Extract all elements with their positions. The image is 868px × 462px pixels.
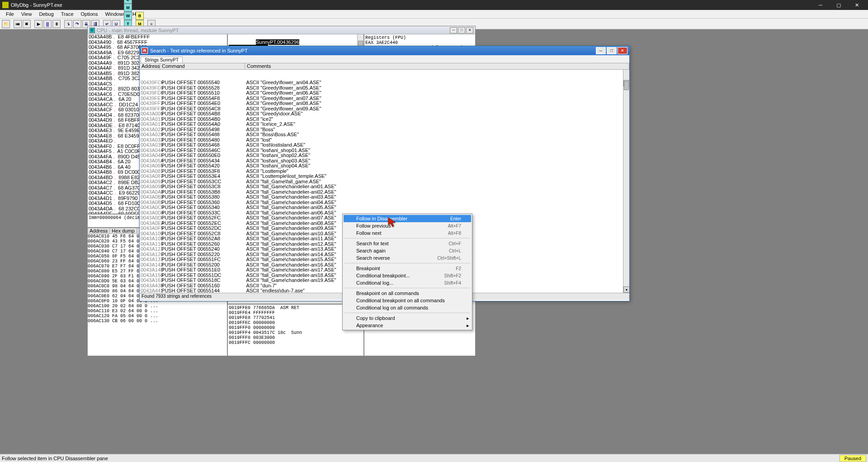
- search-row[interactable]: 0043A04F PUSH OFFSET 006550E0 ASCII "los…: [140, 153, 629, 158]
- search-row[interactable]: 0043A0B3 PUSH OFFSET 00655380 ASCII "fal…: [140, 195, 629, 200]
- mdi-area: C CPU - main thread, module SunnyPT ─ □ …: [0, 29, 868, 454]
- menu-options[interactable]: Options: [77, 10, 102, 18]
- search-row[interactable]: 0043A039 PUSH OFFSET 00655468 ASCII "los…: [140, 143, 629, 148]
- open-button[interactable]: 📁: [2, 20, 10, 28]
- menu-item-follow-previous[interactable]: Follow previousAlt+F7: [344, 222, 471, 229]
- search-maximize-button[interactable]: □: [607, 47, 617, 54]
- context-menu: Follow in DisassemblerEnterFollow previo…: [342, 214, 472, 330]
- search-titlebar[interactable]: R Search - Text strings referenced in Su…: [140, 46, 629, 55]
- tab-strings[interactable]: Strings SunnyPT: [141, 57, 183, 63]
- pause2-button[interactable]: ⏸: [52, 20, 61, 28]
- rewind-button[interactable]: ⏮: [14, 20, 22, 28]
- search-row[interactable]: 0043A065 PUSH OFFSET 00655420 ASCII "los…: [140, 163, 629, 169]
- cpu-titlebar[interactable]: C CPU - main thread, module SunnyPT ─ □ …: [88, 26, 475, 34]
- menu-separator: [344, 288, 470, 288]
- search-row[interactable]: 00439FF2 PUSH OFFSET 006554E0 ASCII "Gre…: [140, 101, 629, 106]
- cpu-title: CPU - main thread, module SunnyPT: [97, 28, 450, 33]
- disasm-row[interactable]: 0043A48B. E8 4FBEFFFF: [88, 34, 227, 40]
- menu-separator: [344, 313, 470, 313]
- pause-button[interactable]: ||: [43, 20, 52, 28]
- menu-debug[interactable]: Debug: [35, 10, 57, 18]
- stop-button[interactable]: ✖: [23, 20, 31, 28]
- search-row[interactable]: 00439FDC PUSH OFFSET 00655510 ASCII "Gre…: [140, 90, 629, 96]
- menu-item-breakpoint-on-all-commands[interactable]: Breakpoint on all commands: [344, 290, 471, 297]
- app-icon: [2, 2, 9, 8]
- menu-item-search-again[interactable]: Search againCtrl+L: [344, 247, 471, 254]
- window-controls: ─ ▢ ✕: [811, 0, 866, 10]
- search-row[interactable]: 00439FC6 PUSH OFFSET 00655540 ASCII "Gre…: [140, 80, 629, 86]
- col-comments[interactable]: Comments: [245, 63, 629, 69]
- menu-separator: [344, 263, 470, 263]
- search-row[interactable]: 0043A0C9 PUSH OFFSET 00655340 ASCII "fal…: [140, 205, 629, 210]
- search-row[interactable]: 0043A09D PUSH OFFSET 006553C8 ASCII "fal…: [140, 184, 629, 190]
- menu-item-conditional-breakpoint-[interactable]: Conditional breakpoint...Shift+F2: [344, 272, 471, 279]
- cpu-maximize-button[interactable]: □: [458, 27, 465, 33]
- menu-trace[interactable]: Trace: [57, 10, 77, 18]
- search-minimize-button[interactable]: ─: [596, 47, 606, 54]
- search-row[interactable]: 0043A028 PUSH OFFSET 00655488 ASCII "Bos…: [140, 132, 629, 138]
- toolbar-e-button[interactable]: E: [124, 0, 132, 4]
- dump-col-address[interactable]: Address: [88, 228, 110, 233]
- menu-item-copy-to-clipboard[interactable]: Copy to clipboard▸: [344, 314, 471, 322]
- search-title: Search - Text strings referenced in Sunn…: [150, 48, 596, 53]
- menu-separator: [344, 238, 470, 238]
- toolbar-b-button[interactable]: B: [136, 12, 144, 20]
- cpu-icon: C: [90, 28, 95, 33]
- menu-file[interactable]: File: [2, 10, 18, 18]
- menu-item-follow-in-disassembler[interactable]: Follow in DisassemblerEnter: [344, 215, 471, 222]
- menu-view[interactable]: View: [18, 10, 36, 18]
- step-over-button[interactable]: ↷: [73, 20, 81, 28]
- search-row[interactable]: 0043A017 PUSH OFFSET 006554A0 ASCII "Ice…: [140, 122, 629, 127]
- search-row[interactable]: 0043A087 PUSH OFFSET 006553E4 ASCII "Los…: [140, 174, 629, 179]
- search-columns: Address Command Comments: [140, 63, 629, 70]
- menu-item-search-reverse[interactable]: Search reverseCtrl+Shift+L: [344, 254, 471, 262]
- toolbar-w-button[interactable]: W: [124, 12, 132, 20]
- toolbar-m-button[interactable]: M: [124, 4, 132, 12]
- step-into-button[interactable]: ↴: [64, 20, 72, 28]
- status-message: Follow selected item in CPU Disassembler…: [2, 456, 840, 461]
- search-close-button[interactable]: ✕: [618, 47, 627, 54]
- search-row[interactable]: 0043A008 PUSH OFFSET 006554B8 ASCII "Gre…: [140, 111, 629, 117]
- cpu-minimize-button[interactable]: ─: [450, 27, 457, 33]
- run-button[interactable]: ▶: [34, 20, 42, 28]
- col-command[interactable]: Command: [160, 63, 245, 69]
- search-scrollbar[interactable]: ▲ ▼: [623, 70, 629, 293]
- close-button[interactable]: ✕: [848, 0, 866, 10]
- scroll-down-button[interactable]: ▼: [623, 286, 629, 293]
- menu-item-appearance[interactable]: Appearance▸: [344, 322, 471, 329]
- menu-item-conditional-log-[interactable]: Conditional log...Shift+F4: [344, 279, 471, 286]
- search-icon: R: [142, 48, 148, 54]
- status-paused: Paused: [840, 455, 866, 462]
- menu-item-conditional-breakpoint-on-all-commands[interactable]: Conditional breakpoint on all commands: [344, 297, 471, 304]
- col-address[interactable]: Address: [140, 63, 160, 69]
- maximize-button[interactable]: ▢: [830, 0, 848, 10]
- menu-item-follow-next[interactable]: Follow nextAlt+F8: [344, 229, 471, 237]
- minimize-button[interactable]: ─: [811, 0, 830, 10]
- dump-col-hex[interactable]: Hex dump: [110, 228, 137, 233]
- menu-item-breakpoint[interactable]: BreakpointF2: [344, 265, 471, 272]
- search-tabbar: Strings SunnyPT: [140, 55, 629, 63]
- scroll-thumb[interactable]: [624, 81, 629, 90]
- statusbar: Follow selected item in CPU Disassembler…: [0, 454, 868, 462]
- menu-item-conditional-log-on-all-commands[interactable]: Conditional log on all commands: [344, 304, 471, 311]
- menu-item-search-for-text[interactable]: Search for textCtrl+F: [344, 240, 471, 247]
- cpu-close-button[interactable]: ✕: [466, 27, 473, 33]
